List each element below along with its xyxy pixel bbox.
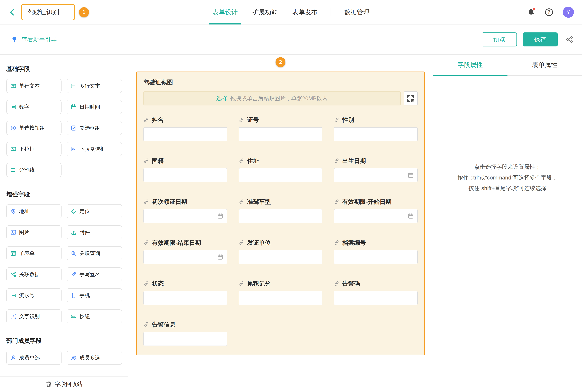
link-icon	[143, 117, 149, 123]
canvas-field[interactable]: 性别	[334, 116, 418, 141]
palette-field-item[interactable]: 关联数据	[6, 268, 62, 282]
qr-scan-button[interactable]	[404, 92, 418, 106]
canvas-field[interactable]: 累积记分	[239, 280, 322, 305]
palette-field-item[interactable]: 日期时间	[67, 100, 122, 114]
field-input[interactable]	[334, 291, 418, 305]
field-label: 初次领证日期	[152, 198, 187, 206]
canvas-field[interactable]: 告警信息	[143, 320, 227, 346]
tab-form-design[interactable]: 表单设计	[205, 0, 245, 24]
link-icon	[143, 158, 149, 164]
palette-field-item[interactable]: 附件	[67, 225, 122, 239]
field-input[interactable]	[239, 209, 322, 223]
palette-field-item[interactable]: A 文字识别	[6, 310, 62, 324]
palette-field-item[interactable]: BTN 按钮	[67, 310, 122, 324]
palette-field-item[interactable]: 定位	[67, 204, 122, 218]
field-palette: 基础字段 单行文本 多行文本 数字 日期时间 单选按钮组 复选框组 下拉框 下拉…	[0, 54, 128, 392]
palette-field-item[interactable]: 下拉框	[6, 142, 62, 156]
avatar[interactable]: Y	[563, 7, 574, 18]
tab-extensions[interactable]: 扩展功能	[245, 0, 285, 24]
link-search-icon	[71, 250, 77, 256]
link-icon	[239, 117, 244, 123]
palette-field-label: 单选按钮组	[19, 124, 45, 132]
palette-grid: 地址 定位 图片 附件 子表单 关联查询 关联数据 手写签名 NO 流水号 手机…	[6, 204, 122, 324]
canvas-field[interactable]: 出生日期	[334, 157, 418, 182]
palette-field-item[interactable]: 手机	[67, 288, 122, 302]
ocr-widget-panel[interactable]: 驾驶证截图 选择 拖拽或单击后粘贴图片，单张20MB以内	[136, 72, 425, 356]
notification-bell-button[interactable]	[527, 8, 535, 16]
palette-field-item[interactable]: 成员多选	[67, 351, 122, 365]
preview-button[interactable]: 预览	[482, 32, 517, 46]
field-input[interactable]	[334, 168, 418, 182]
field-input[interactable]	[239, 127, 322, 141]
palette-field-item[interactable]: 数字	[6, 100, 62, 114]
canvas-field[interactable]: 有效期限-结束日期	[143, 238, 227, 264]
palette-field-item[interactable]: 子表单	[6, 246, 62, 260]
palette-field-item[interactable]: 复选框组	[67, 121, 122, 135]
props-hint: 点击选择字段来设置属性；按住“ctrl”或“command”可选择多个字段；按住…	[433, 162, 582, 194]
canvas-field[interactable]: 住址	[239, 157, 322, 182]
radio-icon	[10, 125, 16, 131]
palette-field-item[interactable]: 手写签名	[67, 268, 122, 282]
header-actions: ? Y	[527, 7, 574, 18]
palette-field-label: 数字	[19, 104, 30, 110]
field-input[interactable]	[143, 168, 227, 182]
tab-data-management[interactable]: 数据管理	[337, 0, 377, 24]
canvas-field[interactable]: 初次领证日期	[143, 198, 227, 223]
svg-text:A: A	[12, 315, 14, 318]
field-input[interactable]	[143, 250, 227, 264]
field-input[interactable]	[143, 332, 227, 346]
palette-field-item[interactable]: 成员单选	[6, 351, 62, 365]
recycle-bin-bar[interactable]: 字段回收站	[0, 376, 128, 392]
field-input[interactable]	[239, 291, 322, 305]
field-input[interactable]	[334, 127, 418, 141]
field-input[interactable]	[334, 209, 418, 223]
canvas-field[interactable]: 档案编号	[334, 238, 418, 264]
palette-field-item[interactable]: 分割线	[6, 163, 62, 177]
back-button[interactable]	[8, 8, 17, 16]
form-canvas: 2 驾驶证截图 选择 拖拽或单击后粘贴图片，单张20MB以内	[128, 54, 433, 392]
palette-field-item[interactable]: 多行文本	[67, 79, 122, 93]
field-input[interactable]	[239, 250, 322, 264]
palette-field-item[interactable]: 关联查询	[67, 246, 122, 260]
canvas-field[interactable]: 证号	[239, 116, 322, 141]
palette-field-item[interactable]: 单选按钮组	[6, 121, 62, 135]
palette-field-item[interactable]: 单行文本	[6, 79, 62, 93]
field-input[interactable]	[143, 291, 227, 305]
canvas-field[interactable]: 发证单位	[239, 238, 322, 264]
palette-field-item[interactable]: 下拉复选框	[67, 142, 122, 156]
image-icon	[10, 229, 16, 235]
link-icon	[239, 158, 244, 164]
palette-field-item[interactable]: 地址	[6, 204, 62, 218]
field-label: 告警信息	[152, 320, 176, 328]
canvas-field[interactable]: 准驾车型	[239, 198, 322, 223]
multiselect-icon	[71, 146, 77, 152]
canvas-field[interactable]: 姓名	[143, 116, 227, 141]
link-icon	[334, 281, 339, 286]
palette-group: 增强字段 地址 定位 图片 附件 子表单 关联查询 关联数据 手写签名 NO 流…	[6, 190, 122, 324]
tab-form-properties[interactable]: 表单属性	[507, 54, 582, 75]
canvas-field[interactable]: 告警码	[334, 280, 418, 305]
tab-form-publish[interactable]: 表单发布	[285, 0, 325, 24]
save-button[interactable]: 保存	[523, 32, 558, 46]
palette-group: 部门成员字段 成员单选 成员多选	[6, 337, 122, 365]
share-button[interactable]	[566, 36, 573, 43]
canvas-field[interactable]: 有效期限-开始日期	[334, 198, 418, 223]
svg-text:BTN: BTN	[72, 316, 75, 318]
phone-icon	[71, 292, 77, 298]
props-hint-line: 按住“shift+首尾字段”可连续选择	[436, 183, 579, 194]
map-pin-icon	[10, 208, 16, 214]
palette-field-label: 按钮	[80, 313, 90, 320]
palette-field-item[interactable]: 图片	[6, 225, 62, 239]
guide-link[interactable]: 查看新手引导	[11, 36, 57, 44]
field-input[interactable]	[334, 250, 418, 264]
field-input[interactable]	[239, 168, 322, 182]
palette-field-item[interactable]: NO 流水号	[6, 288, 62, 302]
help-button[interactable]: ?	[545, 8, 553, 16]
tab-field-properties[interactable]: 字段属性	[433, 54, 507, 75]
field-input[interactable]	[143, 209, 227, 223]
form-name-input[interactable]: 驾驶证识别	[21, 4, 75, 20]
canvas-field[interactable]: 状态	[143, 280, 227, 305]
canvas-field[interactable]: 国籍	[143, 157, 227, 182]
field-input[interactable]	[143, 127, 227, 141]
upload-dropzone[interactable]: 选择 拖拽或单击后粘贴图片，单张20MB以内	[143, 92, 401, 106]
